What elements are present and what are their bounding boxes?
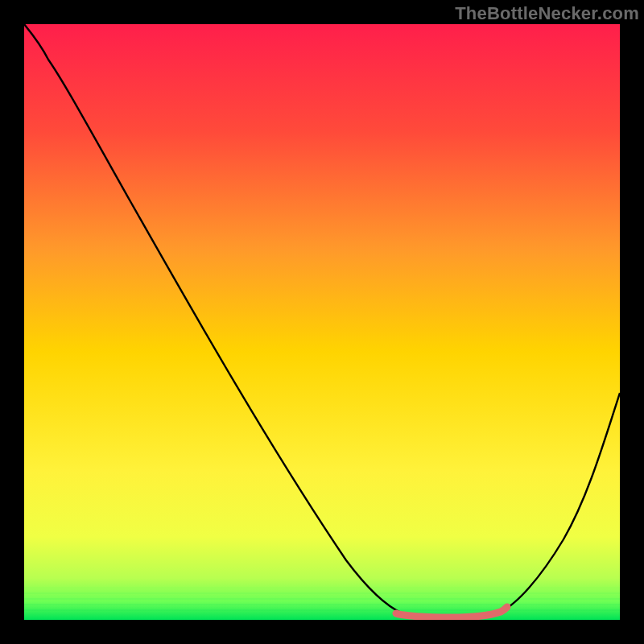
bottleneck-chart bbox=[24, 24, 620, 620]
chart-frame bbox=[24, 24, 620, 620]
gradient-background bbox=[24, 24, 620, 620]
watermark-text: TheBottleNecker.com bbox=[455, 3, 639, 24]
